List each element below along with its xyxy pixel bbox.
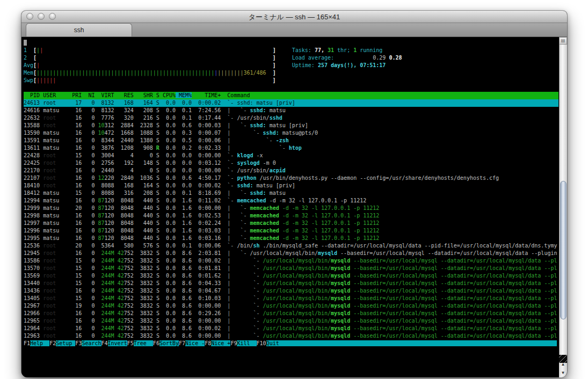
fkey-action-quit[interactable]: Quit [266,340,279,346]
page: ターミナル — ssh — 165×41 ssh 1 [|| ] Tasks: … [0,0,588,379]
pane-split-button[interactable]: ▤ [559,37,567,45]
cpu-meter-1: 1 [|| ] Tasks: 77, 31 thr; 1 running [24,47,558,54]
fkey-f3: F3 [75,340,82,346]
process-row-12994[interactable]: 12994 matsu 16 0 87120 8048 440 S 0.0 1.… [24,197,558,205]
process-row-22170[interactable]: 22170 root 16 0 2440 4 0 S 0.0 0.0 0:00.… [24,167,558,174]
process-row-12945[interactable]: 12945 root 16 0 244M 42752 3832 S 0.0 8.… [24,250,558,257]
sort-column-mem[interactable]: MEM% [176,92,192,98]
resize-grip[interactable] [559,355,567,363]
terminal-window: ターミナル — ssh — 165×41 ssh 1 [|| ] Tasks: … [21,11,567,377]
fkey-action-setup[interactable]: Setup [56,340,75,346]
process-row-13569[interactable]: 13569 root 15 0 244M 42752 3832 S 0.0 8.… [24,272,558,280]
process-row-12963[interactable]: 12963 root 16 0 244M 42752 3832 S 0.0 8.… [24,332,558,340]
fkey-action-sortby[interactable]: SortBy [159,340,179,346]
fkey-f6: F6 [153,340,159,346]
memory-meter: Mem[||||||||||||||||||||||||||||||||||||… [24,69,558,77]
fkey-action-nice-+[interactable]: Nice + [211,340,230,346]
process-row-13611[interactable]: 13611 matsu 16 0 3876 1208 908 R 0.0 0.2… [24,144,558,152]
fkey-f9: F9 [230,340,237,346]
fkey-f7: F7 [179,340,185,346]
process-row-22428[interactable]: 22428 root 15 0 3004 4 0 S 0.0 0.0 0:00.… [24,152,558,159]
swap-meter: Swp[|||||| ] [24,77,558,84]
fkey-action-search[interactable]: Search [82,340,101,346]
process-row-13591[interactable]: 13591 matsu 16 0 8344 2440 1380 S 0.0 0.… [24,137,558,144]
process-row-13436[interactable]: 13436 root 16 0 244M 42752 3832 S 0.0 8.… [24,287,558,295]
process-row-13570[interactable]: 13570 root 15 0 244M 42752 3832 S 0.0 8.… [24,265,558,272]
titlebar[interactable]: ターミナル — ssh — 165×41 [21,11,567,23]
htop-screen: 1 [|| ] Tasks: 77, 31 thr; 1 running2 [ … [24,39,558,347]
process-row-12965[interactable]: 12965 root 16 0 244M 42752 3832 S 0.0 8.… [24,317,558,325]
cursor-row [24,39,558,47]
fkey-action-kill[interactable]: Kill [237,340,256,346]
cpu-meter-2: 2 [ ] Load average: 0.29 0.28 [24,54,558,62]
process-row-22425[interactable]: 22425 root 16 0 2756 192 148 S 0.0 0.0 0… [24,159,558,167]
window-title: ターミナル — ssh — 165×41 [21,12,567,22]
fkey-action-help[interactable]: Help [30,340,49,346]
fkey-bar: F1Help F2Setup F3SearchF4InvertF5Tree F6… [24,340,558,347]
process-row-12999[interactable]: 12999 matsu 20 0 87120 8048 440 S 0.0 1.… [24,205,558,212]
scrollbar[interactable] [559,37,567,355]
scroll-down-button[interactable]: ▼ [559,369,567,377]
process-row-12995[interactable]: 12995 matsu 16 0 87120 8048 440 S 0.0 1.… [24,235,558,242]
fkey-action-invert[interactable]: Invert [108,340,127,346]
process-row-13586[interactable]: 13586 root 15 0 244M 42752 3832 S 0.0 8.… [24,257,558,265]
fkey-f5: F5 [127,340,134,346]
process-row-13588[interactable]: 13588 root 16 0 10312 2884 2328 S 0.0 0.… [24,122,558,129]
process-row-12996[interactable]: 12996 matsu 16 0 87120 8048 440 S 0.0 1.… [24,227,558,235]
fkey-f4: F4 [101,340,108,346]
tab-ssh[interactable]: ssh [26,23,132,37]
process-row-12997[interactable]: 12997 matsu 16 0 87120 8048 440 S 0.0 1.… [24,220,558,227]
process-row-12964[interactable]: 12964 root 16 0 244M 42752 3832 S 0.0 8.… [24,325,558,332]
process-row-24613[interactable]: 24613 root 17 0 8132 168 164 S 0.0 0.0 0… [24,99,558,107]
process-row-12536[interactable]: 12536 root 20 0 5364 580 576 S 0.0 0.1 0… [24,242,558,250]
fkey-action-tree[interactable]: Tree [134,340,153,346]
process-row-22632[interactable]: 22632 root 16 0 7776 320 216 S 0.0 0.1 0… [24,114,558,122]
process-row-12966[interactable]: 12966 root 16 0 244M 42752 3832 S 0.0 8.… [24,310,558,317]
process-row-13440[interactable]: 13440 root 15 0 244M 42752 3832 S 0.0 8.… [24,280,558,287]
process-row-12967[interactable]: 12967 root 19 0 244M 42752 3832 S 0.0 8.… [24,302,558,310]
fkey-f10: F10 [257,340,266,346]
process-row-13590[interactable]: 13590 matsu 16 0 10472 1668 1088 S 0.0 0… [24,129,558,137]
scrollbar-thumb[interactable] [560,181,567,319]
cpu-avg-meter: Avg[| ] Uptime: 257 days(!), 07:51:17 [24,62,558,69]
process-row-24616[interactable]: 24616 matsu 16 0 8132 324 208 S 0.0 0.1 … [24,107,558,114]
process-row-18412[interactable]: 18412 matsu 15 0 8088 316 208 S 0.0 0.1 … [24,190,558,197]
process-row-12998[interactable]: 12998 matsu 16 0 87120 8048 440 S 0.0 1.… [24,212,558,220]
process-row-22107[interactable]: 22107 root 16 0 12220 2840 1036 S 0.0 0.… [24,174,558,182]
fkey-f1: F1 [24,340,30,346]
process-row-18410[interactable]: 18410 root 16 0 8088 168 164 S 0.0 0.0 0… [24,182,558,190]
fkey-f2: F2 [49,340,56,346]
cursor-block [24,40,27,46]
fkey-action-nice--[interactable]: Nice - [185,340,205,346]
terminal-view[interactable]: 1 [|| ] Tasks: 77, 31 thr; 1 running2 [ … [21,37,567,377]
process-row-13405[interactable]: 13405 root 15 0 244M 42752 3832 S 0.0 8.… [24,295,558,302]
process-table-header[interactable]: PID USER PRI NI VIRT RES SHR S CPU% MEM%… [24,92,558,99]
fkey-f8: F8 [205,340,211,346]
blank-row [24,84,558,92]
tab-bar: ssh [21,23,567,37]
